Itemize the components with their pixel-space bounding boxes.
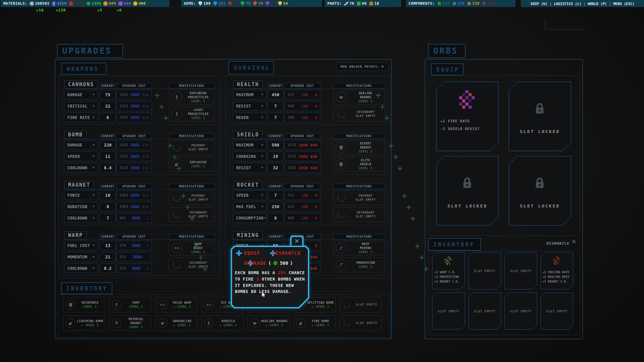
upgrade-plus-button[interactable] — [411, 217, 415, 221]
menu-item-logistics[interactable]: LOGISTICS (L) — [554, 2, 581, 6]
orb-inventory-slot-1[interactable]: +3 WARP C.D.+3 PROSPECTING+3 MAGNET C.D. — [432, 252, 465, 290]
equip-slot-4[interactable]: SLOT LOCKED — [508, 156, 571, 226]
stat-row-label[interactable]: COOLDOWN — [64, 213, 98, 223]
stat-row-label[interactable]: MAXIMUM — [233, 140, 267, 150]
mod-slot[interactable]: EXPLODINGPROJECTILESLEVEL 2 — [169, 90, 215, 105]
dismantle-label[interactable]: DISMANTLE — [536, 241, 570, 247]
stat-row-label[interactable]: FORCE — [64, 190, 98, 200]
inventory-slot[interactable]: SLOT EMPTY — [339, 297, 382, 312]
stat-row-label[interactable]: MOMENTUM — [64, 252, 98, 262]
gems-resource: 88 — [265, 1, 275, 6]
upgrade-plus-button[interactable] — [159, 105, 164, 109]
mod-slot[interactable]: DIVERTENERGYLEVEL 2 — [333, 140, 385, 155]
stat-row-label[interactable]: MAX FUEL — [233, 202, 267, 212]
stat-row-label[interactable]: COOLDOWN — [64, 263, 98, 273]
gems-value: 121 — [218, 1, 225, 6]
inventory-item-level: ★ LEVEL 1 — [261, 324, 288, 327]
stat-row-label[interactable]: CONSUMPTION — [233, 213, 267, 223]
mod-slot[interactable]: PRIMARYSLOT EMPTY — [169, 140, 215, 155]
inventory-slot[interactable]: PULSE WARP★ LEVEL 1 — [155, 297, 198, 312]
mod-slot[interactable]: WARPBLASTLEVEL 1 — [169, 241, 215, 255]
inventory-slot[interactable]: FIRE BOMB★ LEVEL 1 — [293, 315, 336, 331]
table-name: BOMB — [64, 131, 87, 139]
mod-slot[interactable]: SECONDARYSLOT EMPTY — [169, 257, 215, 272]
orb-inventory-slot-3[interactable]: SLOT EMPTY — [504, 252, 537, 290]
materials-value: 4259 — [57, 1, 67, 6]
inventory-slot[interactable]: ADRENALINE★ LEVEL 1 — [155, 315, 198, 331]
mod-slot[interactable]: PRIMARYSLOT EMPTY — [333, 190, 385, 205]
stat-row-label[interactable]: FIRE RATE — [64, 113, 98, 122]
chevron-down-icon — [92, 217, 95, 219]
inventory-slot[interactable]: REBUILD★ LEVEL 1 — [201, 315, 244, 331]
stat-row-label[interactable]: REGEN — [233, 113, 267, 122]
inventory-slot[interactable]: LIGHTNING BOMB★ LEVEL 1 — [63, 315, 105, 331]
equip-slot-2[interactable]: SLOT LOCKED — [508, 81, 571, 151]
stat-current: 500 — [268, 140, 283, 150]
stat-row-label[interactable]: FUEL COST — [64, 241, 98, 250]
blob-icon — [118, 1, 123, 6]
mod-slot[interactable]: PROSPECTORLEVEL 1 — [333, 257, 385, 272]
stat-row-label[interactable]: RESIST — [233, 101, 267, 111]
mod-slot[interactable]: SECONDARYSLOT EMPTY — [333, 207, 385, 222]
upgrade-plus-button[interactable] — [407, 205, 411, 209]
upgrade-plus-button[interactable] — [385, 116, 389, 120]
mod-slot[interactable]: PRIMARYSLOT EMPTY — [169, 190, 215, 205]
mod-slot[interactable]: HEALINGROUNDSLEVEL 1 — [333, 90, 385, 105]
arrows-icon — [158, 300, 167, 309]
stat-row-label[interactable]: DAMAGE — [64, 140, 98, 150]
mod-slot[interactable]: LUCKYPROJECTILESLEVEL 2 — [169, 107, 215, 121]
slot-locked-label: SLOT LOCKED — [508, 129, 571, 134]
inventory-slot[interactable]: SLOT EMPTY — [339, 315, 382, 331]
inventory-slot[interactable]: REINFORCELEVEL 1 — [63, 297, 105, 312]
equip-slot-3[interactable]: SLOT LOCKED — [436, 156, 499, 226]
mod-slot[interactable]: ELITESHIELDLEVEL 1 — [333, 157, 385, 172]
upgrade-plus-button[interactable] — [389, 143, 393, 148]
stat-row-label[interactable]: RESIST — [233, 163, 267, 173]
menu-item-world[interactable]: WORLD (P) — [588, 2, 607, 6]
slot-empty-label: SLOT EMPTY — [468, 269, 501, 273]
inventory-slot[interactable]: SPLITTING BOMB★ LEVEL 1 — [293, 297, 336, 312]
stat-row-label[interactable]: CHARGING — [233, 152, 267, 161]
menu-item-ship[interactable]: SHIP (U) — [531, 2, 548, 6]
mod-slot[interactable]: SECONDARYSLOT EMPTY — [333, 107, 385, 121]
inventory-slot[interactable]: MATERIAL MAGNETLEVEL 1 — [109, 315, 151, 331]
upgrade-plus-button[interactable] — [398, 166, 402, 171]
column-header-cost: UPGRADE COST — [284, 234, 320, 239]
inventory-item-text: MATERIAL MAGNETLEVEL 1 — [121, 317, 151, 329]
orb-inventory-slot-4[interactable]: +2 FUELING RATE+3 HEALING RATE+3 MAGNET … — [540, 252, 574, 290]
mod-slot[interactable]: EXPLOSIVELEVEL 1 — [169, 157, 215, 172]
upgrade-plus-button[interactable] — [155, 93, 159, 98]
mod-slot[interactable]: DEEPMININGLEVEL 1 — [333, 241, 385, 255]
stat-row-label[interactable]: CRITICAL — [64, 101, 98, 111]
slot-empty-label: SLOT EMPTY — [353, 303, 380, 306]
upgrade-plus-button[interactable] — [420, 255, 424, 260]
dismantle-x-icon[interactable] — [571, 239, 577, 245]
upgrade-plus-button[interactable] — [415, 244, 420, 248]
orb-stat-line: +3 MAGNET C.D. — [543, 280, 568, 283]
upgrade-plus-button[interactable] — [402, 194, 407, 198]
upgrade-plus-button[interactable] — [164, 116, 168, 120]
stat-row-label[interactable]: MAXIMUM — [233, 90, 267, 100]
stat-row-label[interactable]: SPEED — [64, 152, 98, 161]
orb-inventory-slot-5[interactable]: SLOT EMPTY — [432, 292, 465, 330]
inventory-slot[interactable]: HEALING ROUNDS★ LEVEL 1 — [248, 315, 290, 331]
stat-row-label[interactable]: DAMAGE — [64, 90, 98, 100]
inventory-slot[interactable]: ICE WARP★ LEVEL 1 — [201, 297, 244, 312]
stat-row-label[interactable]: FORCE — [233, 241, 267, 250]
equip-slot-1[interactable]: +1 FIRE RATE-3 SHIELD RESIST — [436, 81, 499, 151]
orb-inventory-slot-8[interactable]: SLOT EMPTY — [540, 292, 574, 330]
mod-name: PRIMARYSLOT EMPTY — [183, 143, 213, 152]
orb-inventory-slot-6[interactable]: SLOT EMPTY — [468, 292, 501, 330]
mod-slot[interactable]: SECONDARYSLOT EMPTY — [169, 207, 215, 222]
inventory-slot[interactable] — [248, 297, 290, 312]
menu-item-menu[interactable]: MENU (ESC) — [613, 2, 634, 6]
inventory-item-text: ICE WARP★ LEVEL 1 — [213, 301, 243, 308]
stat-row-label[interactable]: COOLDOWN — [64, 163, 98, 173]
parts-label: PARTS: — [327, 1, 342, 6]
upgrade-plus-button[interactable] — [393, 155, 398, 159]
stat-row-label[interactable]: DURATION — [64, 202, 98, 212]
orb-inventory-slot-7[interactable]: SLOT EMPTY — [504, 292, 537, 330]
orb-inventory-slot-2[interactable]: SLOT EMPTY — [468, 252, 501, 290]
stat-row-label[interactable]: SPEED — [233, 190, 267, 200]
inventory-slot[interactable]: FURYLEVEL 1 — [109, 297, 151, 312]
